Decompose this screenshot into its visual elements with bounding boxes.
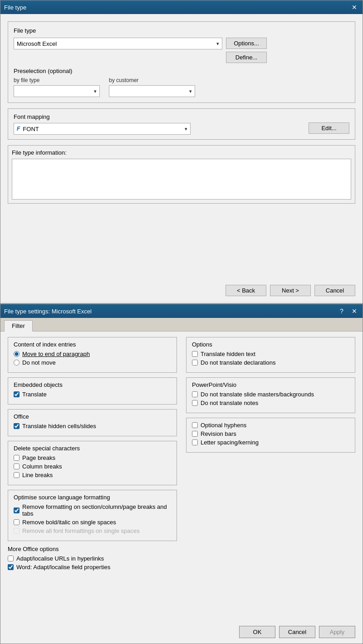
by-file-type-item: by file type ▾	[14, 77, 100, 97]
font-mapping-wrapper: Font mapping F FONT ▾ Edit...	[8, 108, 355, 140]
optional-hyphens-checkbox[interactable]	[192, 422, 198, 428]
options-button[interactable]: Options...	[226, 38, 267, 49]
by-file-type-label: by file type	[14, 77, 100, 83]
font-mapping-dropdown[interactable]: F FONT ▾	[14, 123, 191, 135]
do-not-translate-declarations-label: Do not translate declarations	[201, 359, 275, 366]
move-to-end-radio[interactable]	[14, 351, 20, 357]
word-adapt-checkbox[interactable]	[8, 564, 14, 570]
do-not-translate-notes-item: Do not translate notes	[192, 400, 349, 406]
embedded-objects-group: Embedded objects Translate	[8, 377, 177, 405]
two-col-layout: Content of index entries Move to end of …	[8, 337, 355, 572]
top-right-buttons: Options... Define...	[226, 38, 267, 63]
cancel-button[interactable]: Cancel	[314, 285, 355, 296]
delete-special-label: Delete special characters	[14, 445, 171, 452]
bottom-dialog-close-button[interactable]: ✕	[350, 307, 359, 316]
translate-label: Translate	[22, 391, 47, 398]
page-breaks-label: Page breaks	[22, 454, 55, 461]
powerpoint-visio-label: PowerPoint/Visio	[192, 381, 349, 388]
file-type-dropdown[interactable]: Microsoft Excel ▾	[14, 38, 222, 49]
page-breaks-checkbox[interactable]	[14, 455, 20, 461]
titlebar-actions: ? ✕	[337, 307, 359, 316]
ok-button[interactable]: OK	[239, 626, 275, 638]
by-file-type-dropdown[interactable]: ▾	[14, 85, 100, 97]
word-adapt-item: Word: Adapt/localise field properties	[8, 564, 177, 571]
content-index-group: Content of index entries Move to end of …	[8, 337, 177, 373]
back-button[interactable]: < Back	[226, 285, 266, 296]
remove-bold-item: Remove bold/italic on single spaces	[14, 519, 171, 526]
by-customer-item: by customer ▾	[109, 77, 195, 97]
by-file-type-chevron: ▾	[94, 88, 97, 94]
line-breaks-label: Line breaks	[22, 472, 53, 478]
translate-hidden-cells-item: Translate hidden cells/slides	[14, 423, 171, 429]
apply-button[interactable]: Apply	[319, 626, 355, 638]
do-not-translate-slide-item: Do not translate slide masters/backgroun…	[192, 391, 349, 398]
office-group: Office Translate hidden cells/slides	[8, 409, 177, 436]
column-breaks-checkbox[interactable]	[14, 463, 20, 469]
bottom-cancel-button[interactable]: Cancel	[279, 626, 315, 638]
file-type-value: Microsoft Excel	[17, 40, 57, 47]
font-value: FONT	[23, 126, 39, 132]
dropdown-chevron: ▾	[216, 41, 219, 47]
adapt-urls-checkbox[interactable]	[8, 556, 14, 561]
right-column: Options Translate hidden text Do not tra…	[186, 337, 355, 572]
translate-hidden-cells-label: Translate hidden cells/slides	[22, 423, 96, 429]
right-delete-group: Optional hyphens Revision bars Letter sp…	[186, 418, 355, 453]
define-button[interactable]: Define...	[226, 52, 267, 63]
preselection-label: Preselection (optional)	[14, 68, 349, 74]
embedded-objects-label: Embedded objects	[14, 381, 171, 388]
revision-bars-checkbox[interactable]	[192, 431, 198, 437]
remove-all-font-label: Remove all font formattings on single sp…	[22, 527, 140, 534]
edit-button[interactable]: Edit...	[309, 122, 349, 134]
content-index-label: Content of index entries	[14, 341, 171, 348]
do-not-translate-slide-checkbox[interactable]	[192, 391, 198, 397]
do-not-translate-slide-label: Do not translate slide masters/backgroun…	[201, 391, 314, 398]
revision-bars-label: Revision bars	[201, 430, 236, 437]
revision-bars-item: Revision bars	[192, 430, 349, 437]
file-type-section-label: File type	[14, 27, 349, 34]
by-customer-chevron: ▾	[189, 88, 192, 94]
remove-bold-label: Remove bold/italic on single spaces	[22, 519, 116, 526]
top-dialog-close-button[interactable]: ✕	[350, 3, 359, 12]
letter-spacing-item: Letter spacing/kerning	[192, 439, 349, 446]
bottom-nav: OK Cancel Apply	[239, 626, 355, 638]
adapt-urls-item: Adapt/localise URLs in hyperlinks	[8, 555, 177, 562]
translate-hidden-text-checkbox[interactable]	[192, 351, 198, 357]
file-type-settings-dialog: File type settings: Microsoft Excel ? ✕ …	[0, 304, 363, 644]
line-breaks-checkbox[interactable]	[14, 472, 20, 478]
file-type-info-section: File type information:	[8, 145, 355, 204]
tab-filter[interactable]: Filter	[4, 320, 33, 332]
move-to-end-label: Move to end of paragraph	[22, 351, 90, 357]
help-button[interactable]: ?	[337, 307, 346, 316]
powerpoint-visio-group: PowerPoint/Visio Do not translate slide …	[186, 377, 355, 413]
more-office-section: More Office options Adapt/localise URLs …	[8, 546, 177, 571]
letter-spacing-checkbox[interactable]	[192, 439, 198, 445]
translate-hidden-cells-checkbox[interactable]	[14, 423, 20, 429]
delete-special-group: Delete special characters Page breaks Co…	[8, 441, 177, 485]
optimise-group: Optimise source language formatting Remo…	[8, 490, 177, 541]
remove-formatting-item: Remove formatting on section/column/page…	[14, 503, 171, 517]
by-customer-label: by customer	[109, 77, 195, 83]
optimise-label: Optimise source language formatting	[14, 494, 171, 501]
next-button[interactable]: Next >	[270, 285, 311, 296]
move-to-end-item: Move to end of paragraph	[14, 351, 171, 357]
by-customer-dropdown[interactable]: ▾	[109, 85, 195, 97]
do-not-translate-notes-checkbox[interactable]	[192, 400, 198, 406]
optional-hyphens-label: Optional hyphens	[201, 422, 246, 429]
do-not-move-label: Do not move	[22, 359, 56, 366]
font-dropdown-chevron: ▾	[185, 126, 187, 132]
remove-formatting-label: Remove formatting on section/column/page…	[22, 503, 171, 517]
preselection-row: by file type ▾ by customer ▾	[14, 77, 349, 97]
file-type-section: File type Microsoft Excel ▾ Options... D…	[8, 21, 355, 103]
translate-checkbox[interactable]	[14, 391, 20, 397]
remove-formatting-checkbox[interactable]	[14, 507, 20, 513]
do-not-translate-declarations-checkbox[interactable]	[192, 360, 198, 366]
font-icon: F	[17, 126, 20, 132]
line-breaks-item: Line breaks	[14, 472, 171, 478]
remove-bold-checkbox[interactable]	[14, 519, 20, 525]
remove-all-font-item: Remove all font formattings on single sp…	[14, 527, 171, 534]
column-breaks-label: Column breaks	[22, 463, 62, 470]
word-adapt-label: Word: Adapt/localise field properties	[16, 564, 110, 571]
do-not-move-radio[interactable]	[14, 360, 20, 366]
settings-content: Content of index entries Move to end of …	[0, 332, 363, 578]
left-column: Content of index entries Move to end of …	[8, 337, 177, 572]
